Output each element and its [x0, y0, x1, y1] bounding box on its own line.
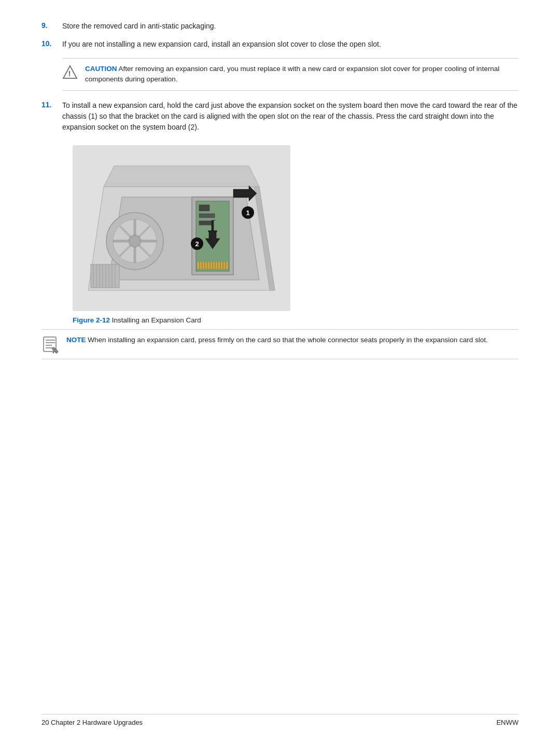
note-body: When installing an expansion card, press…	[88, 336, 487, 344]
figure-caption-label: Figure 2-12	[73, 316, 110, 324]
svg-rect-21	[199, 214, 215, 218]
caution-body: After removing an expansion card, you mu…	[85, 65, 499, 83]
svg-rect-22	[199, 221, 212, 225]
svg-text:!: !	[68, 69, 71, 78]
figure-image: 1 2	[73, 145, 290, 311]
svg-marker-4	[104, 166, 259, 187]
step-9-text: Store the removed card in anti-static pa…	[62, 21, 519, 32]
caution-icon: !	[62, 65, 78, 81]
note-text: NOTE When installing an expansion card, …	[66, 335, 488, 345]
caution-box: ! CAUTION After removing an expansion ca…	[62, 58, 519, 91]
svg-rect-20	[199, 205, 209, 211]
step-9-number: 9.	[41, 21, 62, 30]
step-10: 10. If you are not installing a new expa…	[41, 39, 519, 50]
step-11-text: To install a new expansion card, hold th…	[62, 100, 519, 133]
step-9: 9. Store the removed card in anti-static…	[41, 21, 519, 32]
note-icon	[41, 336, 59, 354]
figure-container: 1 2	[41, 145, 519, 324]
note-label: NOTE	[66, 336, 86, 344]
figure-caption-text: Installing an Expansion Card	[112, 316, 201, 324]
step-11-number: 11.	[41, 100, 62, 109]
figure-caption: Figure 2-12 Installing an Expansion Card	[73, 316, 201, 324]
note-box: NOTE When installing an expansion card, …	[41, 329, 519, 359]
footer-left: 20 Chapter 2 Hardware Upgrades	[41, 719, 143, 726]
svg-text:1: 1	[246, 209, 249, 217]
page: 9. Store the removed card in anti-static…	[0, 0, 560, 745]
step-list-11: 11. To install a new expansion card, hol…	[41, 100, 519, 133]
footer-right: ENWW	[496, 719, 519, 726]
step-list: 9. Store the removed card in anti-static…	[41, 21, 519, 50]
caution-text: CAUTION After removing an expansion card…	[85, 64, 519, 85]
step-10-number: 10.	[41, 39, 62, 48]
step-10-text: If you are not installing a new expansio…	[62, 39, 519, 50]
svg-text:2: 2	[195, 240, 199, 248]
caution-label: CAUTION	[85, 65, 117, 73]
step-11: 11. To install a new expansion card, hol…	[41, 100, 519, 133]
page-footer: 20 Chapter 2 Hardware Upgrades ENWW	[41, 714, 519, 726]
